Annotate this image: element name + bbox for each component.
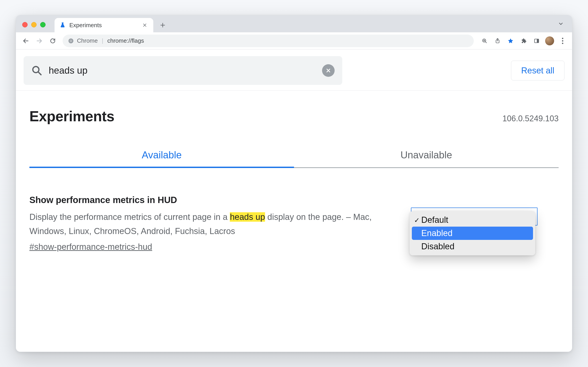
tab-available[interactable]: Available <box>29 149 294 168</box>
zoom-icon[interactable] <box>479 35 490 46</box>
omnibox-origin-label: Chrome <box>77 37 98 44</box>
window-minimize-button[interactable] <box>31 22 37 27</box>
flag-state-select[interactable]: ✓ Default Enabled Disabled <box>411 195 537 252</box>
tab-title: Experiments <box>69 22 102 29</box>
flag-description: Display the performance metrics of curre… <box>29 210 397 238</box>
bookmark-star-icon[interactable] <box>505 35 516 46</box>
svg-rect-0 <box>62 23 64 23</box>
clear-search-button[interactable] <box>322 64 335 77</box>
omnibox-separator: | <box>102 37 103 44</box>
reload-button[interactable] <box>47 35 59 47</box>
tab-close-button[interactable] <box>141 22 148 29</box>
omnibox-url: chrome://flags <box>107 37 144 44</box>
flags-search-input[interactable] <box>49 65 316 76</box>
chrome-menu-button[interactable] <box>557 35 568 46</box>
chrome-logo-icon <box>68 38 74 44</box>
flag-anchor-link[interactable]: #show-performance-metrics-hud <box>29 242 152 252</box>
experiments-tabs: Available Unavailable <box>29 149 559 168</box>
browser-window: Experiments Chrome | <box>16 15 572 352</box>
extensions-icon[interactable] <box>518 35 529 46</box>
search-icon <box>31 65 42 76</box>
toolbar: Chrome | chrome://flags <box>16 32 572 50</box>
flag-title: Show performance metrics in HUD <box>29 195 397 205</box>
flag-entry: Show performance metrics in HUD Display … <box>16 168 572 252</box>
check-icon: ✓ <box>414 216 420 224</box>
flags-search-box[interactable] <box>24 56 342 85</box>
svg-point-3 <box>70 40 72 42</box>
option-default[interactable]: ✓ Default <box>412 213 533 227</box>
reset-all-button[interactable]: Reset all <box>511 61 564 80</box>
window-zoom-button[interactable] <box>40 22 46 27</box>
flag-state-dropdown: ✓ Default Enabled Disabled <box>410 211 535 255</box>
option-enabled[interactable]: Enabled <box>412 227 533 240</box>
chrome-version-label: 106.0.5249.103 <box>502 114 559 123</box>
tab-unavailable[interactable]: Unavailable <box>294 149 559 168</box>
share-icon[interactable] <box>492 35 503 46</box>
tab-strip: Experiments <box>16 15 572 32</box>
page-content: Reset all Experiments 106.0.5249.103 Ava… <box>16 50 572 352</box>
address-bar[interactable]: Chrome | chrome://flags <box>63 35 474 47</box>
window-close-button[interactable] <box>22 22 28 27</box>
search-highlight: heads up <box>230 212 265 222</box>
option-disabled[interactable]: Disabled <box>412 240 533 253</box>
side-panel-icon[interactable] <box>531 35 542 46</box>
new-tab-button[interactable] <box>157 20 168 31</box>
back-button[interactable] <box>20 35 32 47</box>
browser-tab[interactable]: Experiments <box>55 18 153 32</box>
page-title: Experiments <box>29 108 114 125</box>
tab-list-button[interactable] <box>556 19 566 29</box>
flask-icon <box>59 22 66 28</box>
forward-button[interactable] <box>33 35 45 47</box>
flags-search-row: Reset all <box>16 50 572 91</box>
window-controls <box>20 22 48 32</box>
profile-avatar[interactable] <box>544 35 555 46</box>
svg-rect-7 <box>537 39 539 42</box>
